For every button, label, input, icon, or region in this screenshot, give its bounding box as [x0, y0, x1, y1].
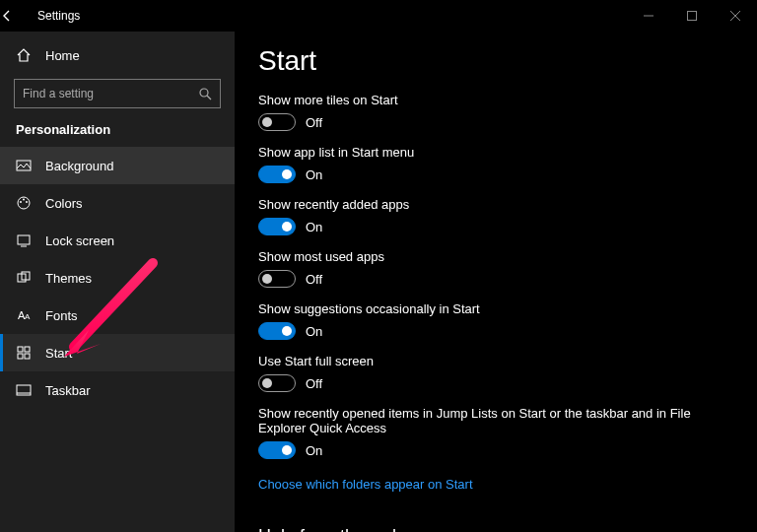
svg-rect-18: [25, 347, 30, 352]
content-pane: Start Show more tiles on Start Off Show …: [235, 32, 757, 532]
svg-point-9: [23, 199, 25, 201]
sidebar-item-start[interactable]: Start: [0, 334, 235, 371]
sidebar-item-label: Start: [45, 346, 72, 361]
toggle-state: On: [306, 220, 322, 234]
sidebar-item-themes[interactable]: Themes: [0, 259, 235, 297]
help-heading: Help from the web: [258, 526, 757, 532]
window-title: Settings: [32, 9, 80, 23]
choose-folders-link[interactable]: Choose which folders appear on Start: [258, 477, 473, 492]
home-nav[interactable]: Home: [0, 37, 235, 73]
svg-rect-17: [18, 347, 23, 352]
setting-recently-added: Show recently added apps On: [258, 197, 757, 235]
minimize-button[interactable]: [627, 0, 670, 32]
setting-label: Show recently opened items in Jump Lists…: [258, 406, 692, 435]
svg-line-5: [207, 96, 211, 100]
setting-label: Show recently added apps: [258, 197, 692, 212]
toggle-suggestions[interactable]: [258, 322, 296, 340]
svg-rect-11: [18, 235, 30, 244]
sidebar-item-label: Lock screen: [45, 233, 114, 248]
home-label: Home: [45, 48, 80, 63]
setting-full-screen: Use Start full screen Off: [258, 354, 757, 392]
close-button[interactable]: [714, 0, 757, 32]
sidebar-item-colors[interactable]: Colors: [0, 184, 235, 222]
toggle-state: On: [306, 443, 322, 458]
sidebar-item-background[interactable]: Background: [0, 147, 235, 184]
maximize-button[interactable]: [670, 0, 714, 32]
setting-suggestions: Show suggestions occasionally in Start O…: [258, 301, 757, 340]
fonts-icon: AA: [16, 307, 32, 323]
home-icon: [16, 47, 32, 63]
toggle-state: Off: [306, 376, 322, 391]
toggle-app-list[interactable]: [258, 166, 296, 183]
setting-label: Show suggestions occasionally in Start: [258, 301, 692, 316]
svg-rect-19: [18, 354, 23, 359]
sidebar-item-label: Background: [45, 159, 113, 173]
picture-icon: [16, 158, 32, 173]
toggle-state: Off: [306, 272, 322, 287]
titlebar: Settings: [0, 0, 757, 32]
sidebar-item-label: Fonts: [45, 308, 78, 323]
sidebar-item-label: Themes: [45, 271, 92, 286]
svg-point-8: [20, 201, 22, 203]
section-header: Personalization: [0, 118, 235, 147]
svg-rect-1: [688, 12, 697, 21]
taskbar-icon: [16, 382, 32, 398]
toggle-recently-added[interactable]: [258, 218, 296, 235]
svg-point-4: [200, 89, 208, 97]
toggle-state: Off: [306, 115, 322, 130]
start-icon: [16, 345, 32, 361]
sidebar-item-fonts[interactable]: AA Fonts: [0, 297, 235, 334]
setting-app-list: Show app list in Start menu On: [258, 145, 757, 183]
setting-jump-lists: Show recently opened items in Jump Lists…: [258, 406, 757, 459]
svg-rect-20: [25, 354, 30, 359]
setting-label: Show app list in Start menu: [258, 145, 692, 160]
search-box[interactable]: [14, 79, 221, 108]
toggle-full-screen[interactable]: [258, 374, 296, 392]
sidebar-item-label: Colors: [45, 196, 83, 211]
toggle-most-used[interactable]: [258, 270, 296, 288]
setting-label: Use Start full screen: [258, 354, 692, 368]
toggle-state: On: [306, 167, 322, 182]
setting-label: Show more tiles on Start: [258, 93, 692, 107]
settings-window: Settings Home Personalization Background: [0, 0, 757, 532]
search-icon: [198, 87, 212, 100]
back-button[interactable]: [0, 9, 32, 23]
toggle-state: On: [306, 324, 322, 339]
svg-point-10: [26, 201, 28, 203]
lock-screen-icon: [16, 233, 32, 248]
setting-label: Show most used apps: [258, 249, 692, 264]
svg-text:A: A: [25, 312, 31, 321]
themes-icon: [16, 270, 32, 286]
sidebar-item-label: Taskbar: [45, 383, 91, 398]
setting-more-tiles: Show more tiles on Start Off: [258, 93, 757, 131]
search-input[interactable]: [23, 87, 198, 100]
page-title: Start: [258, 45, 757, 77]
setting-most-used: Show most used apps Off: [258, 249, 757, 288]
sidebar-item-taskbar[interactable]: Taskbar: [0, 371, 235, 409]
toggle-more-tiles[interactable]: [258, 113, 296, 131]
help-section: Help from the web Opening the Start menu: [258, 526, 757, 532]
toggle-jump-lists[interactable]: [258, 441, 296, 459]
palette-icon: [16, 195, 32, 211]
sidebar-item-lock-screen[interactable]: Lock screen: [0, 222, 235, 259]
sidebar: Home Personalization Background Colors L…: [0, 32, 235, 532]
